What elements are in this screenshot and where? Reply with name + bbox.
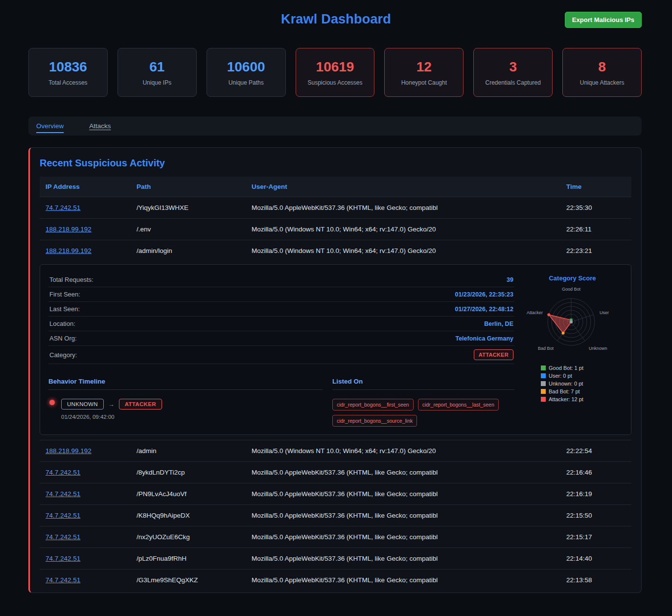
- ip-address-link[interactable]: 74.7.242.51: [46, 490, 80, 498]
- ip-address-link[interactable]: 74.7.242.51: [46, 555, 80, 562]
- time-cell: 22:26:11: [560, 219, 631, 240]
- stat-card: 12 Honeypot Caught: [384, 48, 463, 97]
- detail-field-value: Telefonica Germany: [455, 335, 513, 342]
- table-row[interactable]: 74.7.242.51 /8ykdLnDYTi2cp Mozilla/5.0 A…: [40, 462, 631, 483]
- stat-label: Honeypot Caught: [389, 79, 459, 86]
- behavior-timeline-section: Behavior Timeline UNKNOWN → ATTACKER 01/…: [48, 378, 323, 427]
- col-header-ip: IP Address: [40, 177, 131, 197]
- stat-label: Credentials Captured: [478, 79, 548, 86]
- col-header-user-agent: User-Agent: [246, 177, 560, 197]
- ip-address-link[interactable]: 74.7.242.51: [46, 576, 80, 584]
- path-cell: /K8HQq9hAipeDX: [131, 505, 246, 526]
- path-cell: /.env: [131, 219, 246, 240]
- svg-text:Bad Bot: Bad Bot: [538, 346, 554, 351]
- table-row[interactable]: 74.7.242.51 /K8HQq9hAipeDX Mozilla/5.0 A…: [40, 505, 631, 526]
- table-row[interactable]: 74.7.242.51 /YiqykGI13WHXE Mozilla/5.0 A…: [40, 197, 631, 219]
- stat-card: 10600 Unique Paths: [207, 48, 286, 97]
- path-cell: /nx2yUOZuE6Ckg: [131, 526, 246, 548]
- time-cell: 22:15:50: [560, 505, 631, 526]
- stat-value: 10600: [211, 59, 281, 75]
- behavior-timeline-title: Behavior Timeline: [48, 378, 323, 390]
- stat-value: 10619: [300, 59, 371, 75]
- activity-table: IP Address Path User-Agent Time 74.7.242…: [40, 177, 631, 261]
- user-agent-cell: Mozilla/5.0 (Windows NT 10.0; Win64; x64…: [246, 219, 560, 240]
- stat-card: 3 Credentials Captured: [473, 48, 553, 97]
- timeline-timestamp: 01/24/2026, 09:42:00: [61, 414, 323, 420]
- time-cell: 22:16:19: [560, 483, 631, 505]
- ip-address-link[interactable]: 74.7.242.51: [46, 204, 80, 211]
- stat-label: Unique IPs: [122, 79, 192, 86]
- chart-legend: Good Bot: 1 ptUser: 0 ptUnknown: 0 ptBad…: [541, 365, 623, 402]
- detail-field-value: ATTACKER: [474, 349, 513, 360]
- tab-attacks[interactable]: Attacks: [89, 122, 111, 130]
- user-agent-cell: Mozilla/5.0 AppleWebKit/537.36 (KHTML, l…: [246, 462, 560, 483]
- user-agent-cell: Mozilla/5.0 AppleWebKit/537.36 (KHTML, l…: [246, 483, 560, 505]
- legend-swatch: [541, 381, 546, 386]
- stat-value: 12: [389, 59, 459, 75]
- radar-chart: Good BotUserUnknownBad BotAttacker: [522, 284, 623, 358]
- detail-field-row: Last Seen: 01/27/2026, 22:48:12: [48, 302, 514, 317]
- svg-text:User: User: [600, 310, 609, 315]
- header: Krawl Dashboard Export Malicious IPs: [0, 0, 672, 35]
- detail-field-value: 01/23/2026, 22:35:23: [455, 291, 513, 298]
- table-row[interactable]: 74.7.242.51 /PN9LvAcJ4uoVf Mozilla/5.0 A…: [40, 483, 631, 505]
- radar-chart-title: Category Score: [522, 274, 623, 282]
- arrow-right-icon: →: [108, 401, 115, 408]
- stats-row: 10836 Total Accesses 61 Unique IPs 10600…: [28, 48, 642, 97]
- detail-field-label: First Seen:: [49, 291, 80, 298]
- ip-address-link[interactable]: 74.7.242.51: [46, 469, 80, 476]
- ip-address-link[interactable]: 188.218.99.192: [46, 226, 92, 233]
- legend-swatch: [541, 389, 546, 394]
- ip-address-link[interactable]: 74.7.242.51: [46, 512, 80, 519]
- legend-label: Attacker: 12 pt: [549, 396, 583, 402]
- ip-detail-panel: Total Requests: 39 First Seen: 01/23/202…: [40, 264, 631, 435]
- activity-table-continued: 188.218.99.192 /admin Mozilla/5.0 (Windo…: [40, 440, 631, 591]
- table-row[interactable]: 74.7.242.51 /pLz0Fnua9fRhH Mozilla/5.0 A…: [40, 548, 631, 570]
- timeline-item: UNKNOWN → ATTACKER 01/24/2026, 09:42:00: [48, 399, 323, 420]
- table-row[interactable]: 188.218.99.192 /admin Mozilla/5.0 (Windo…: [40, 440, 631, 462]
- user-agent-cell: Mozilla/5.0 (Windows NT 10.0; Win64; x64…: [246, 240, 560, 262]
- export-malicious-ips-button[interactable]: Export Malicious IPs: [565, 12, 642, 28]
- timeline-from-badge: UNKNOWN: [61, 399, 104, 410]
- listed-on-badge[interactable]: cidr_report_bogons__first_seen: [332, 399, 414, 411]
- detail-field-label: Total Requests:: [49, 276, 93, 283]
- suspicious-activity-panel: Recent Suspicious Activity IP Address Pa…: [28, 147, 642, 593]
- stat-value: 61: [122, 59, 192, 75]
- listed-on-badge[interactable]: cidr_report_bogons__source_link: [332, 415, 417, 427]
- table-row[interactable]: 188.218.99.192 /admin/login Mozilla/5.0 …: [40, 240, 631, 262]
- detail-field-row: Category: ATTACKER: [48, 346, 514, 364]
- table-row[interactable]: 74.7.242.51 /G3Lme9ShEQgXKZ Mozilla/5.0 …: [40, 570, 631, 591]
- stat-card: 8 Unique Attackers: [562, 48, 642, 97]
- page: Krawl Dashboard Export Malicious IPs 108…: [0, 0, 672, 616]
- table-row[interactable]: 188.218.99.192 /.env Mozilla/5.0 (Window…: [40, 219, 631, 240]
- detail-field-row: Location: Berlin, DE: [48, 317, 514, 331]
- user-agent-cell: Mozilla/5.0 AppleWebKit/537.36 (KHTML, l…: [246, 548, 560, 570]
- table-row[interactable]: 74.7.242.51 /nx2yUOZuE6Ckg Mozilla/5.0 A…: [40, 526, 631, 548]
- tab-overview[interactable]: Overview: [36, 122, 64, 130]
- time-cell: 22:16:46: [560, 462, 631, 483]
- path-cell: /pLz0Fnua9fRhH: [131, 548, 246, 570]
- legend-item: Bad Bot: 7 pt: [541, 388, 623, 394]
- path-cell: /G3Lme9ShEQgXKZ: [131, 570, 246, 591]
- ip-address-link[interactable]: 188.218.99.192: [46, 447, 92, 455]
- ip-address-link[interactable]: 74.7.242.51: [46, 533, 80, 541]
- listed-on-title: Listed On: [332, 378, 514, 390]
- listed-on-badge[interactable]: cidr_report_bogons__last_seen: [418, 399, 499, 411]
- listed-on-badge-list: cidr_report_bogons__first_seencidr_repor…: [332, 399, 514, 427]
- path-cell: /admin: [131, 440, 246, 462]
- time-cell: 22:15:17: [560, 526, 631, 548]
- legend-label: Bad Bot: 7 pt: [549, 388, 580, 394]
- timeline-dot-icon: [49, 400, 55, 405]
- legend-item: User: 0 pt: [541, 373, 623, 379]
- stat-value: 8: [567, 59, 637, 75]
- stat-label: Total Accesses: [33, 79, 103, 86]
- time-cell: 22:22:54: [560, 440, 631, 462]
- panel-title: Recent Suspicious Activity: [40, 158, 631, 169]
- detail-field-value: 01/27/2026, 22:48:12: [455, 306, 513, 313]
- ip-detail-fields-area: Total Requests: 39 First Seen: 01/23/202…: [48, 273, 514, 427]
- user-agent-cell: Mozilla/5.0 AppleWebKit/537.36 (KHTML, l…: [246, 570, 560, 591]
- user-agent-cell: Mozilla/5.0 AppleWebKit/537.36 (KHTML, l…: [246, 505, 560, 526]
- svg-text:Unknown: Unknown: [589, 346, 607, 351]
- stat-label: Unique Attackers: [567, 79, 637, 86]
- ip-address-link[interactable]: 188.218.99.192: [46, 247, 92, 254]
